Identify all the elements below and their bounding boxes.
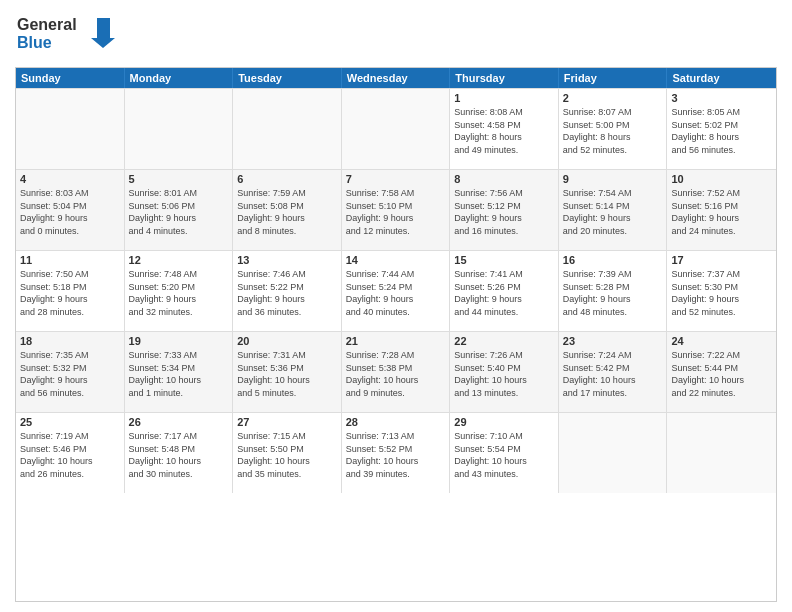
cal-cell — [233, 89, 342, 169]
day-number: 11 — [20, 254, 120, 266]
day-info: Sunrise: 7:17 AM Sunset: 5:48 PM Dayligh… — [129, 430, 229, 480]
calendar-body: 1Sunrise: 8:08 AM Sunset: 4:58 PM Daylig… — [16, 88, 776, 493]
day-info: Sunrise: 7:19 AM Sunset: 5:46 PM Dayligh… — [20, 430, 120, 480]
cal-cell — [16, 89, 125, 169]
day-info: Sunrise: 7:13 AM Sunset: 5:52 PM Dayligh… — [346, 430, 446, 480]
cal-cell: 1Sunrise: 8:08 AM Sunset: 4:58 PM Daylig… — [450, 89, 559, 169]
header-day-monday: Monday — [125, 68, 234, 88]
day-info: Sunrise: 8:08 AM Sunset: 4:58 PM Dayligh… — [454, 106, 554, 156]
cal-cell — [125, 89, 234, 169]
day-number: 21 — [346, 335, 446, 347]
day-info: Sunrise: 7:59 AM Sunset: 5:08 PM Dayligh… — [237, 187, 337, 237]
page-header: General Blue — [15, 10, 777, 59]
day-number: 1 — [454, 92, 554, 104]
week-row-1: 4Sunrise: 8:03 AM Sunset: 5:04 PM Daylig… — [16, 169, 776, 250]
day-info: Sunrise: 7:46 AM Sunset: 5:22 PM Dayligh… — [237, 268, 337, 318]
logo: General Blue — [15, 10, 125, 59]
cal-cell: 19Sunrise: 7:33 AM Sunset: 5:34 PM Dayli… — [125, 332, 234, 412]
cal-cell: 13Sunrise: 7:46 AM Sunset: 5:22 PM Dayli… — [233, 251, 342, 331]
day-number: 6 — [237, 173, 337, 185]
cal-cell: 2Sunrise: 8:07 AM Sunset: 5:00 PM Daylig… — [559, 89, 668, 169]
day-number: 28 — [346, 416, 446, 428]
day-info: Sunrise: 7:48 AM Sunset: 5:20 PM Dayligh… — [129, 268, 229, 318]
cal-cell: 11Sunrise: 7:50 AM Sunset: 5:18 PM Dayli… — [16, 251, 125, 331]
day-number: 8 — [454, 173, 554, 185]
day-number: 10 — [671, 173, 772, 185]
day-number: 13 — [237, 254, 337, 266]
cal-cell: 20Sunrise: 7:31 AM Sunset: 5:36 PM Dayli… — [233, 332, 342, 412]
day-number: 17 — [671, 254, 772, 266]
cal-cell — [559, 413, 668, 493]
cal-cell: 15Sunrise: 7:41 AM Sunset: 5:26 PM Dayli… — [450, 251, 559, 331]
day-number: 5 — [129, 173, 229, 185]
header-day-thursday: Thursday — [450, 68, 559, 88]
day-info: Sunrise: 7:50 AM Sunset: 5:18 PM Dayligh… — [20, 268, 120, 318]
header-day-friday: Friday — [559, 68, 668, 88]
cal-cell: 26Sunrise: 7:17 AM Sunset: 5:48 PM Dayli… — [125, 413, 234, 493]
day-number: 25 — [20, 416, 120, 428]
day-number: 15 — [454, 254, 554, 266]
day-number: 12 — [129, 254, 229, 266]
svg-text:General: General — [17, 16, 77, 33]
day-number: 4 — [20, 173, 120, 185]
svg-marker-2 — [91, 18, 115, 48]
logo-svg: General Blue — [15, 10, 125, 55]
day-number: 24 — [671, 335, 772, 347]
week-row-4: 25Sunrise: 7:19 AM Sunset: 5:46 PM Dayli… — [16, 412, 776, 493]
cal-cell: 8Sunrise: 7:56 AM Sunset: 5:12 PM Daylig… — [450, 170, 559, 250]
cal-cell: 24Sunrise: 7:22 AM Sunset: 5:44 PM Dayli… — [667, 332, 776, 412]
day-info: Sunrise: 7:58 AM Sunset: 5:10 PM Dayligh… — [346, 187, 446, 237]
header-day-tuesday: Tuesday — [233, 68, 342, 88]
cal-cell — [342, 89, 451, 169]
week-row-2: 11Sunrise: 7:50 AM Sunset: 5:18 PM Dayli… — [16, 250, 776, 331]
day-number: 3 — [671, 92, 772, 104]
day-number: 29 — [454, 416, 554, 428]
day-info: Sunrise: 7:24 AM Sunset: 5:42 PM Dayligh… — [563, 349, 663, 399]
cal-cell: 22Sunrise: 7:26 AM Sunset: 5:40 PM Dayli… — [450, 332, 559, 412]
day-info: Sunrise: 7:28 AM Sunset: 5:38 PM Dayligh… — [346, 349, 446, 399]
week-row-0: 1Sunrise: 8:08 AM Sunset: 4:58 PM Daylig… — [16, 88, 776, 169]
day-number: 27 — [237, 416, 337, 428]
day-info: Sunrise: 7:54 AM Sunset: 5:14 PM Dayligh… — [563, 187, 663, 237]
day-number: 18 — [20, 335, 120, 347]
day-info: Sunrise: 7:41 AM Sunset: 5:26 PM Dayligh… — [454, 268, 554, 318]
day-info: Sunrise: 8:05 AM Sunset: 5:02 PM Dayligh… — [671, 106, 772, 156]
day-info: Sunrise: 7:56 AM Sunset: 5:12 PM Dayligh… — [454, 187, 554, 237]
cal-cell: 21Sunrise: 7:28 AM Sunset: 5:38 PM Dayli… — [342, 332, 451, 412]
cal-cell: 16Sunrise: 7:39 AM Sunset: 5:28 PM Dayli… — [559, 251, 668, 331]
day-info: Sunrise: 7:35 AM Sunset: 5:32 PM Dayligh… — [20, 349, 120, 399]
day-info: Sunrise: 7:39 AM Sunset: 5:28 PM Dayligh… — [563, 268, 663, 318]
day-number: 7 — [346, 173, 446, 185]
cal-cell: 9Sunrise: 7:54 AM Sunset: 5:14 PM Daylig… — [559, 170, 668, 250]
day-number: 16 — [563, 254, 663, 266]
header-day-saturday: Saturday — [667, 68, 776, 88]
header-day-wednesday: Wednesday — [342, 68, 451, 88]
cal-cell: 12Sunrise: 7:48 AM Sunset: 5:20 PM Dayli… — [125, 251, 234, 331]
cal-cell: 5Sunrise: 8:01 AM Sunset: 5:06 PM Daylig… — [125, 170, 234, 250]
cal-cell: 3Sunrise: 8:05 AM Sunset: 5:02 PM Daylig… — [667, 89, 776, 169]
header-day-sunday: Sunday — [16, 68, 125, 88]
cal-cell: 28Sunrise: 7:13 AM Sunset: 5:52 PM Dayli… — [342, 413, 451, 493]
day-info: Sunrise: 7:22 AM Sunset: 5:44 PM Dayligh… — [671, 349, 772, 399]
calendar: SundayMondayTuesdayWednesdayThursdayFrid… — [15, 67, 777, 602]
day-info: Sunrise: 7:26 AM Sunset: 5:40 PM Dayligh… — [454, 349, 554, 399]
cal-cell — [667, 413, 776, 493]
cal-cell: 6Sunrise: 7:59 AM Sunset: 5:08 PM Daylig… — [233, 170, 342, 250]
day-info: Sunrise: 7:52 AM Sunset: 5:16 PM Dayligh… — [671, 187, 772, 237]
day-info: Sunrise: 7:37 AM Sunset: 5:30 PM Dayligh… — [671, 268, 772, 318]
day-number: 9 — [563, 173, 663, 185]
day-number: 26 — [129, 416, 229, 428]
cal-cell: 17Sunrise: 7:37 AM Sunset: 5:30 PM Dayli… — [667, 251, 776, 331]
cal-cell: 4Sunrise: 8:03 AM Sunset: 5:04 PM Daylig… — [16, 170, 125, 250]
day-info: Sunrise: 8:03 AM Sunset: 5:04 PM Dayligh… — [20, 187, 120, 237]
cal-cell: 25Sunrise: 7:19 AM Sunset: 5:46 PM Dayli… — [16, 413, 125, 493]
day-number: 14 — [346, 254, 446, 266]
calendar-page: General Blue SundayMondayTuesdayWednesda… — [0, 0, 792, 612]
day-number: 19 — [129, 335, 229, 347]
svg-text:Blue: Blue — [17, 34, 52, 51]
day-info: Sunrise: 7:10 AM Sunset: 5:54 PM Dayligh… — [454, 430, 554, 480]
week-row-3: 18Sunrise: 7:35 AM Sunset: 5:32 PM Dayli… — [16, 331, 776, 412]
day-info: Sunrise: 7:15 AM Sunset: 5:50 PM Dayligh… — [237, 430, 337, 480]
cal-cell: 14Sunrise: 7:44 AM Sunset: 5:24 PM Dayli… — [342, 251, 451, 331]
calendar-header: SundayMondayTuesdayWednesdayThursdayFrid… — [16, 68, 776, 88]
